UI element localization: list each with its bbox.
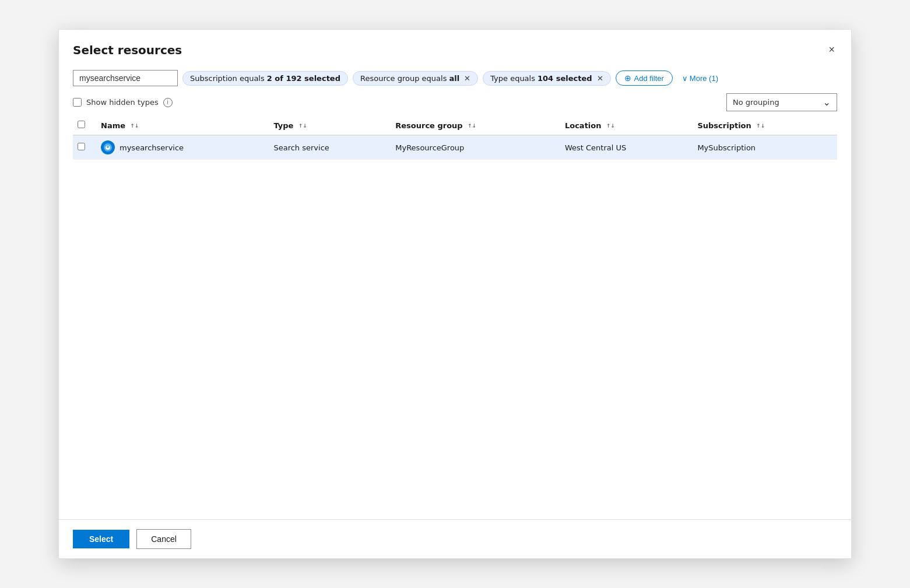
resources-table: Name ↑↓ Type ↑↓ Resource group ↑↓ Locati… xyxy=(73,116,837,160)
dialog-footer: Select Cancel xyxy=(59,519,851,558)
svg-point-1 xyxy=(107,146,109,148)
toolbar: Subscription equals 2 of 192 selected Re… xyxy=(59,65,851,91)
more-chevron: ∨ xyxy=(682,74,688,83)
subscription-filter-pill[interactable]: Subscription equals 2 of 192 selected xyxy=(182,71,348,86)
cancel-button[interactable]: Cancel xyxy=(136,529,191,549)
grouping-label: No grouping xyxy=(733,98,779,107)
add-filter-button[interactable]: ⊕ Add filter xyxy=(616,71,673,86)
grouping-chevron-icon: ⌄ xyxy=(823,97,831,108)
col-header-resource-group: Resource group ↑↓ xyxy=(391,116,560,135)
row-name-label: mysearchservice xyxy=(120,143,184,152)
location-sort-icon[interactable]: ↑↓ xyxy=(606,124,615,129)
col-header-name: Name ↑↓ xyxy=(96,116,269,135)
search-input[interactable] xyxy=(73,70,178,86)
col-header-location: Location ↑↓ xyxy=(560,116,693,135)
row-subscription-cell: MySubscription xyxy=(693,135,837,160)
subscription-sort-icon[interactable]: ↑↓ xyxy=(756,124,765,129)
name-sort-icon[interactable]: ↑↓ xyxy=(131,124,139,129)
select-button[interactable]: Select xyxy=(73,530,129,548)
dialog-header: Select resources × xyxy=(59,30,851,65)
row-resource-group-cell: MyResourceGroup xyxy=(391,135,560,160)
dialog-title: Select resources xyxy=(73,43,182,57)
type-sort-icon[interactable]: ↑↓ xyxy=(298,124,307,129)
add-filter-label: Add filter xyxy=(634,74,664,83)
resource-group-filter-value: all xyxy=(449,74,459,83)
resource-group-filter-prefix: Resource group equals xyxy=(360,74,447,83)
select-all-checkbox[interactable] xyxy=(78,121,85,128)
row-name-cell: mysearchservice xyxy=(96,135,269,160)
table-container: Name ↑↓ Type ↑↓ Resource group ↑↓ Locati… xyxy=(59,116,851,519)
show-hidden-types-label: Show hidden types xyxy=(86,98,159,107)
show-hidden-types-row: Show hidden types i xyxy=(73,98,173,107)
grouping-dropdown[interactable]: No grouping ⌄ xyxy=(726,93,837,111)
close-button[interactable]: × xyxy=(826,41,837,58)
options-row: Show hidden types i No grouping ⌄ xyxy=(59,91,851,116)
resource-group-filter-close[interactable]: ✕ xyxy=(462,75,470,82)
type-filter-value: 104 selected xyxy=(537,74,592,83)
select-resources-dialog: Select resources × Subscription equals 2… xyxy=(58,29,852,559)
resource-type-icon xyxy=(101,140,115,154)
info-icon[interactable]: i xyxy=(163,98,173,107)
resource-name-container: mysearchservice xyxy=(101,140,264,154)
table-header-row: Name ↑↓ Type ↑↓ Resource group ↑↓ Locati… xyxy=(73,116,837,135)
table-row[interactable]: mysearchservice Search service MyResourc… xyxy=(73,135,837,160)
row-checkbox[interactable] xyxy=(78,143,85,150)
row-type-cell: Search service xyxy=(269,135,391,160)
type-filter-prefix: Type equals xyxy=(490,74,535,83)
row-select-cell xyxy=(73,135,96,160)
more-label: More (1) xyxy=(690,74,718,83)
subscription-filter-value: 2 of 192 selected xyxy=(267,74,340,83)
col-header-type: Type ↑↓ xyxy=(269,116,391,135)
header-select-all-cell xyxy=(73,116,96,135)
resource-group-sort-icon[interactable]: ↑↓ xyxy=(468,124,476,129)
type-filter-close[interactable]: ✕ xyxy=(595,75,603,82)
more-button[interactable]: ∨ More (1) xyxy=(677,72,723,85)
type-filter-pill[interactable]: Type equals 104 selected ✕ xyxy=(483,71,610,86)
row-location-cell: West Central US xyxy=(560,135,693,160)
subscription-filter-prefix: Subscription equals xyxy=(190,74,265,83)
show-hidden-types-checkbox[interactable] xyxy=(73,98,82,107)
add-filter-icon: ⊕ xyxy=(624,73,631,83)
col-header-subscription: Subscription ↑↓ xyxy=(693,116,837,135)
resource-group-filter-pill[interactable]: Resource group equals all ✕ xyxy=(353,71,478,86)
